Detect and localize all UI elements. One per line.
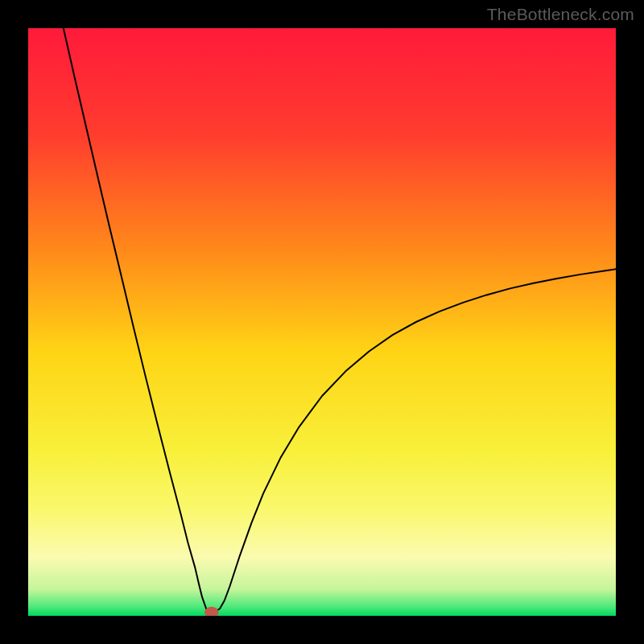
chart-svg (28, 28, 616, 616)
attribution-label: TheBottleneck.com (487, 5, 634, 24)
chart-background (28, 28, 616, 616)
chart-outer-frame: TheBottleneck.com (0, 0, 644, 644)
chart-plot-area (28, 28, 616, 616)
